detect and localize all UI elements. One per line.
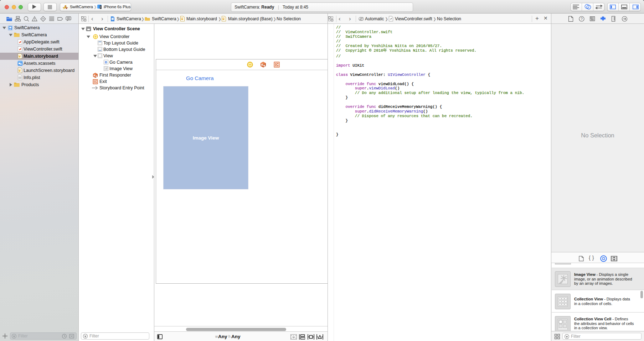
svg-text:A: A [63,5,67,10]
svg-text:?: ? [581,17,583,21]
svg-text:B: B [105,60,107,64]
